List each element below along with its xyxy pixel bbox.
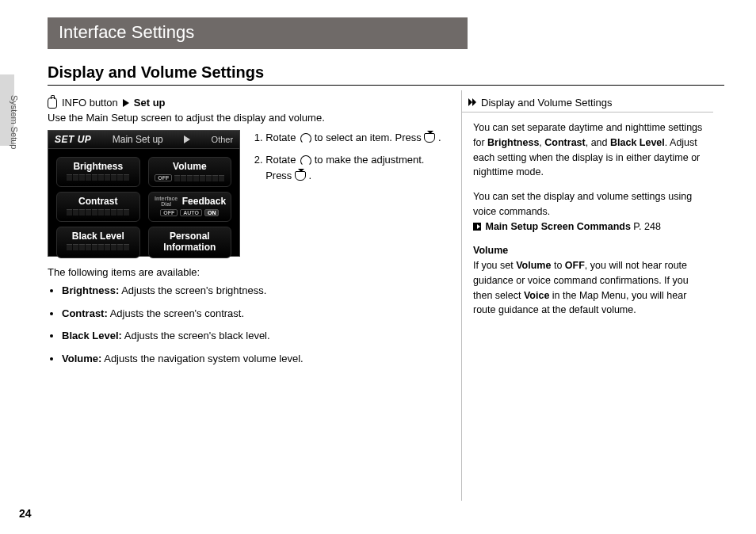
- tile-label: Black Level: [62, 231, 135, 242]
- tile-black-level: Black Level: [56, 227, 140, 258]
- info-sidebar: Display and Volume Settings You can set …: [461, 90, 713, 501]
- item-desc: Adjusts the screen's black level.: [122, 330, 270, 341]
- sidebar-heading-text: Display and Volume Settings: [481, 97, 612, 109]
- auto-label: AUTO: [180, 209, 202, 216]
- tile-sublabel: Interface Dial: [154, 196, 179, 207]
- screenshot-header-left: SET UP: [55, 134, 91, 145]
- screenshot-header-right: Other: [212, 135, 234, 144]
- item-term: Contrast:: [62, 307, 108, 319]
- tile-feedback: Interface Dial Feedback OFF AUTO ON: [148, 192, 232, 222]
- side-chapter-label: System Setup: [10, 95, 19, 149]
- sidebar-paragraph: Volume If you set Volume to OFF, you wil…: [473, 243, 708, 318]
- info-button-icon: [48, 97, 57, 109]
- breadcrumb-target: Set up: [134, 97, 166, 109]
- step-text: .: [438, 132, 441, 143]
- list-item: Contrast: Adjusts the screen's contrast.: [62, 306, 444, 322]
- section-title: Display and Volume Settings: [48, 63, 724, 86]
- cross-ref-page: P. 248: [633, 221, 661, 232]
- item-desc: Adjusts the screen's contrast.: [108, 307, 244, 319]
- step-text: Rotate: [265, 154, 299, 166]
- tile-label: Information: [154, 242, 227, 253]
- item-desc: Adjusts the navigation system volume lev…: [101, 353, 303, 364]
- cross-ref-icon: [473, 223, 481, 231]
- press-dial-icon: [424, 133, 435, 143]
- sidebar-paragraph: You can set separate daytime and nightti…: [473, 120, 708, 180]
- available-items-list: Brightness: Adjusts the screen's brightn…: [48, 283, 444, 366]
- off-label: OFF: [155, 174, 172, 181]
- step-item: Rotate to select an item. Press .: [265, 130, 444, 146]
- chapter-title-bar: Interface Settings: [48, 17, 724, 49]
- rotate-dial-icon: [299, 155, 311, 165]
- rotate-dial-icon: [299, 133, 311, 143]
- list-item: Brightness: Adjusts the screen's brightn…: [62, 283, 444, 299]
- step-text: .: [309, 170, 312, 181]
- page-number: 24: [19, 507, 32, 520]
- item-term: Black Level:: [62, 330, 122, 341]
- cross-ref-label: Main Setup Screen Commands: [485, 221, 630, 232]
- item-desc: Adjusts the screen's brightness.: [119, 284, 266, 296]
- press-dial-icon: [295, 171, 306, 181]
- sidebar-heading: Display and Volume Settings: [462, 97, 713, 113]
- list-item: Volume: Adjusts the navigation system vo…: [62, 351, 444, 367]
- sidebar-paragraph: You can set the display and volume setti…: [473, 189, 708, 234]
- available-items-lead: The following items are available:: [48, 266, 444, 278]
- main-column: INFO button Set up Use the Main Setup sc…: [48, 90, 444, 501]
- tile-label: Feedback: [182, 196, 226, 207]
- intro-text: Use the Main Setup screen to adjust the …: [48, 112, 444, 124]
- tile-label: Contrast: [62, 196, 135, 207]
- breadcrumb: INFO button Set up: [48, 97, 444, 109]
- chevron-right-icon: [184, 135, 190, 143]
- list-item: Black Level: Adjusts the screen's black …: [62, 328, 444, 344]
- step-text: Rotate: [265, 132, 299, 143]
- on-label: ON: [204, 209, 220, 216]
- setup-screenshot: SET UP Main Set up Other Brightness Volu…: [48, 130, 240, 257]
- tile-personal-info: Personal Information: [148, 227, 232, 258]
- sidebar-subheading: Volume: [473, 245, 508, 256]
- chevron-right-icon: [123, 99, 129, 107]
- chapter-title: Interface Settings: [48, 17, 468, 49]
- tile-contrast: Contrast: [56, 192, 140, 222]
- step-text: to select an item. Press: [315, 132, 425, 143]
- tile-volume: Volume OFF: [148, 157, 232, 187]
- tile-brightness: Brightness: [56, 157, 140, 187]
- step-item: Rotate to make the adjustment. Press .: [265, 152, 444, 184]
- double-chevron-icon: [468, 98, 478, 107]
- tile-label: Volume: [154, 161, 227, 172]
- tile-label: Brightness: [62, 161, 135, 172]
- screenshot-header-center: Main Set up: [113, 134, 163, 145]
- step-list: Rotate to select an item. Press . Rotate…: [251, 130, 444, 257]
- off-label: OFF: [160, 209, 178, 216]
- item-term: Brightness:: [62, 284, 119, 296]
- tile-label: Personal: [154, 231, 227, 242]
- item-term: Volume:: [62, 353, 101, 364]
- breadcrumb-prefix: INFO button: [62, 97, 118, 109]
